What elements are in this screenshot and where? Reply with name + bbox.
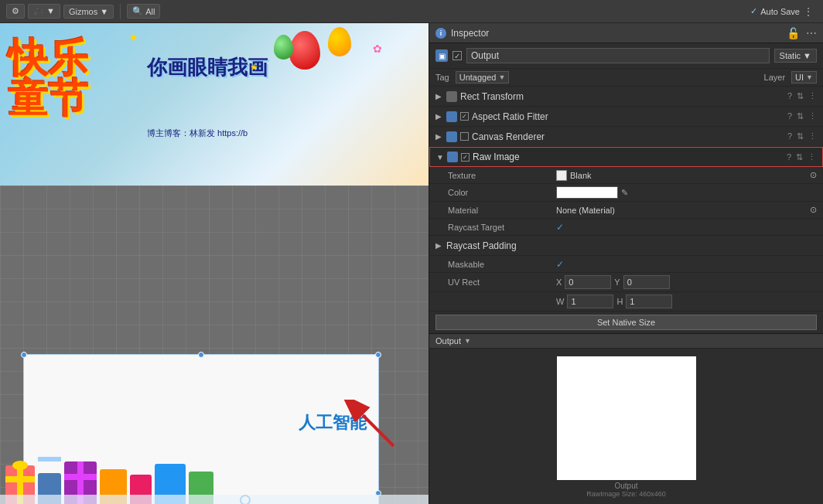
- raw-image-menu-icon[interactable]: ⋮: [808, 152, 816, 162]
- inspector-info-icon: i: [435, 28, 446, 39]
- maskable-value: ✓: [556, 259, 817, 270]
- handle-tr[interactable]: [375, 352, 381, 358]
- uv-w-input[interactable]: [567, 295, 613, 308]
- main-area: 快乐 童节 你画眼睛我画 博主博客：林新发 https://b ✦ ✿ ★: [0, 23, 823, 504]
- auto-save-checkmark: ✓: [750, 6, 757, 16]
- scene-art-cn-text: 快乐 童节: [8, 39, 88, 119]
- uv-w-label: W: [556, 297, 564, 306]
- rect-transform-menu-icon[interactable]: ⋮: [808, 91, 817, 101]
- canvas-renderer-menu-icon[interactable]: ⋮: [808, 131, 817, 141]
- uv-rect-wh-row: W H: [429, 292, 823, 312]
- raw-image-component[interactable]: ▼ Raw Image ? ⇅ ⋮: [429, 147, 823, 167]
- material-value: None (Material): [556, 206, 615, 215]
- preview-title: Output: [435, 336, 461, 346]
- raycast-target-checkbox[interactable]: ✓: [556, 222, 564, 233]
- raycast-padding-label: Raycast Padding: [446, 240, 817, 251]
- object-active-checkbox[interactable]: [452, 51, 462, 60]
- object-icon: ▣: [435, 49, 448, 62]
- tools-group: ⚙ 🎥 ▼ Gizmos ▼ 🔍 All: [6, 4, 160, 19]
- maskable-property-row: Maskable ✓: [429, 256, 823, 273]
- raycast-target-label: Raycast Target: [448, 223, 556, 232]
- rect-transform-help-icon[interactable]: ?: [787, 91, 792, 101]
- canvas-renderer-help-icon[interactable]: ?: [787, 131, 792, 141]
- layer-dropdown[interactable]: UI ▼: [791, 71, 817, 83]
- set-native-size-button[interactable]: Set Native Size: [435, 315, 817, 330]
- preview-dropdown-arrow[interactable]: ▼: [464, 337, 471, 345]
- raw-image-help-icon[interactable]: ?: [787, 152, 791, 162]
- more-icon[interactable]: ⋯: [806, 27, 817, 39]
- layer-dropdown-arrow: ▼: [806, 73, 813, 81]
- gizmos-button[interactable]: Gizmos ▼: [63, 5, 114, 19]
- raw-image-fold-arrow: ▼: [436, 153, 444, 162]
- aspect-ratio-icon: [446, 111, 457, 122]
- uv-x-input[interactable]: [565, 275, 611, 289]
- uv-h-label: H: [616, 297, 623, 306]
- aspect-ratio-help-icon[interactable]: ?: [787, 111, 792, 121]
- more-options-button[interactable]: ⋮: [800, 5, 817, 18]
- texture-link-icon[interactable]: ⊙: [810, 170, 817, 180]
- all-label: All: [145, 7, 155, 16]
- canvas-renderer-checkbox[interactable]: [460, 132, 469, 141]
- uv-y-label: Y: [614, 278, 620, 287]
- raw-image-settings-icon[interactable]: ⇅: [796, 152, 803, 162]
- inspector-title: Inspector: [451, 28, 782, 39]
- tag-dropdown[interactable]: Untagged ▼: [456, 71, 510, 83]
- aspect-ratio-checkbox[interactable]: [460, 112, 469, 121]
- star-deco-2: ✿: [373, 43, 382, 55]
- rect-transform-icons: ? ⇅ ⋮: [787, 91, 817, 101]
- aspect-ratio-menu-icon[interactable]: ⋮: [808, 111, 817, 121]
- layer-label: Layer: [764, 73, 786, 82]
- material-value-group: None (Material) ⊙: [556, 205, 817, 215]
- star-deco-1: ✦: [128, 29, 139, 46]
- canvas-renderer-settings-icon[interactable]: ⇅: [797, 131, 804, 141]
- auto-save-group: ✓ Auto Save: [750, 6, 800, 16]
- material-link-icon[interactable]: ⊙: [810, 205, 817, 215]
- rect-transform-label: Rect Transform: [460, 91, 784, 102]
- tag-value: Untagged: [459, 73, 497, 82]
- uv-y-input[interactable]: [623, 275, 670, 289]
- uv-x-group: X: [556, 275, 611, 289]
- settings-button[interactable]: ⚙: [6, 4, 25, 19]
- preview-label: Output: [557, 482, 696, 490]
- scene-canvas[interactable]: 人工智能: [0, 186, 429, 504]
- preview-image-container: Output RawImage Size: 460x460: [557, 356, 696, 498]
- aspect-ratio-label: Aspect Ratio Fitter: [472, 111, 784, 122]
- balloon-yellow: [328, 27, 351, 56]
- color-label: Color: [448, 188, 556, 197]
- static-dropdown[interactable]: Static ▼: [774, 49, 817, 63]
- preview-label-sub: RawImage Size: 460x460: [557, 490, 696, 498]
- uv-h-input[interactable]: [626, 295, 672, 308]
- all-button[interactable]: 🔍 All: [127, 4, 160, 19]
- maskable-checkbox[interactable]: ✓: [556, 259, 564, 270]
- object-name-row: ▣ Static ▼: [429, 43, 823, 69]
- rect-transform-component[interactable]: ▶ Rect Transform ? ⇅ ⋮: [429, 87, 823, 107]
- raw-image-checkbox[interactable]: [461, 153, 470, 162]
- color-swatch[interactable]: [556, 186, 618, 199]
- color-picker-icon[interactable]: ✎: [621, 188, 628, 198]
- raycast-target-property-row: Raycast Target ✓: [429, 219, 823, 236]
- scene-view[interactable]: 快乐 童节 你画眼睛我画 博主博客：林新发 https://b ✦ ✿ ★: [0, 23, 429, 504]
- inspector-panel: i Inspector 🔓 ⋯ ▣ Static ▼ Tag: [429, 23, 823, 504]
- static-arrow: ▼: [803, 51, 811, 60]
- raw-image-icons: ? ⇅ ⋮: [787, 152, 816, 162]
- balloon-red: [289, 31, 320, 70]
- raycast-target-value: ✓: [556, 222, 817, 233]
- canvas-renderer-fold-arrow: ▶: [435, 132, 443, 141]
- raycast-padding-row[interactable]: ▶ Raycast Padding: [429, 236, 823, 256]
- canvas-renderer-component[interactable]: ▶ Canvas Renderer ? ⇅ ⋮: [429, 127, 823, 147]
- texture-property-row: Texture Blank ⊙: [429, 167, 823, 184]
- inspector-header: i Inspector 🔓 ⋯: [429, 23, 823, 43]
- lock-icon[interactable]: 🔓: [787, 27, 800, 39]
- uv-rect-label: UV Rect: [448, 278, 556, 287]
- handle-tm[interactable]: [198, 352, 204, 358]
- rect-transform-settings-icon[interactable]: ⇅: [797, 91, 804, 101]
- aspect-ratio-settings-icon[interactable]: ⇅: [797, 111, 804, 121]
- raw-image-label: Raw Image: [473, 152, 784, 162]
- handle-tl[interactable]: [21, 352, 27, 358]
- aspect-ratio-fitter-component[interactable]: ▶ Aspect Ratio Fitter ? ⇅ ⋮: [429, 107, 823, 127]
- object-name-input[interactable]: [466, 48, 770, 63]
- inspector-scroll[interactable]: ▣ Static ▼ Tag Untagged ▼ Layer UI: [429, 43, 823, 504]
- material-property-row: Material None (Material) ⊙: [429, 202, 823, 219]
- camera-button[interactable]: 🎥 ▼: [28, 4, 60, 19]
- color-property-row: Color ✎: [429, 184, 823, 202]
